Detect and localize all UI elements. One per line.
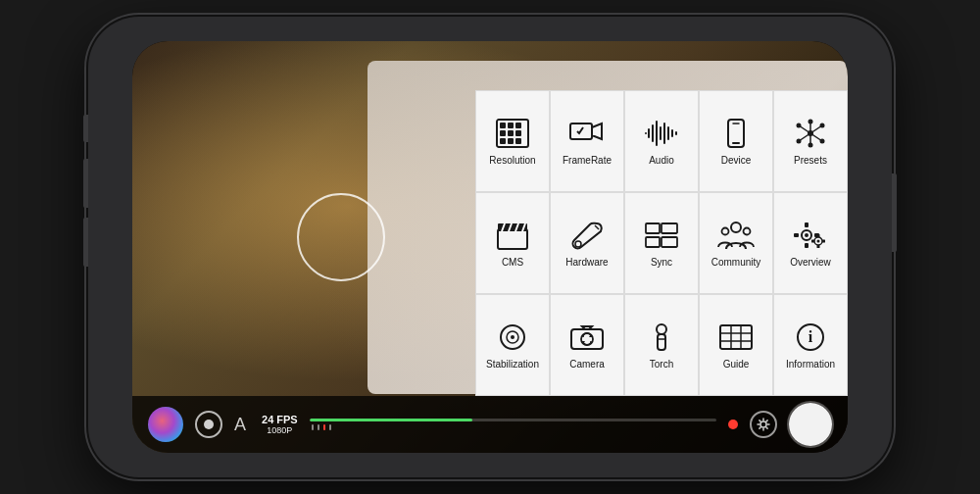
volume-up-button[interactable] xyxy=(83,159,88,208)
mute-button[interactable] xyxy=(83,115,88,142)
menu-item-cms[interactable]: CMS xyxy=(475,192,550,294)
cms-icon xyxy=(493,218,532,253)
device-icon xyxy=(716,116,756,151)
menu-item-camera[interactable]: Camera xyxy=(550,294,624,396)
svg-point-59 xyxy=(817,240,820,243)
menu-label-resolution: Resolution xyxy=(489,155,535,167)
menu-label-device: Device xyxy=(721,155,752,167)
tick-marks xyxy=(310,424,716,430)
progress-bar xyxy=(310,419,716,421)
tick-record xyxy=(323,424,325,430)
svg-text:i: i xyxy=(808,328,813,345)
svg-rect-63 xyxy=(822,240,825,243)
record-indicator-inner xyxy=(204,420,214,429)
svg-rect-5 xyxy=(508,130,514,136)
phone-frame: Resolution FrameRate xyxy=(88,17,892,477)
svg-rect-62 xyxy=(811,240,814,243)
menu-label-cms: CMS xyxy=(502,257,523,269)
svg-rect-6 xyxy=(515,130,521,136)
svg-point-43 xyxy=(575,241,581,247)
camera-icon xyxy=(567,320,607,355)
siri-button[interactable] xyxy=(148,407,183,442)
svg-rect-4 xyxy=(500,130,506,136)
svg-line-36 xyxy=(799,133,810,141)
community-icon xyxy=(716,218,756,253)
menu-item-stabilization[interactable]: Stabilization xyxy=(475,294,550,396)
hardware-icon xyxy=(567,218,607,253)
svg-point-71 xyxy=(657,324,666,334)
settings-button[interactable] xyxy=(750,411,777,438)
phone-screen: Resolution FrameRate xyxy=(132,41,848,453)
menu-item-hardware[interactable]: Hardware xyxy=(550,192,624,294)
svg-point-49 xyxy=(731,222,741,232)
menu-label-torch: Torch xyxy=(650,359,673,370)
camera-bottom-bar: A 24 FPS 1080P xyxy=(132,396,848,453)
information-icon: i xyxy=(791,320,830,355)
svg-marker-11 xyxy=(592,124,602,139)
shutter-button[interactable] xyxy=(789,403,832,446)
fps-display: 24 FPS 1080P xyxy=(262,415,298,435)
framerate-icon xyxy=(567,116,607,151)
svg-line-34 xyxy=(810,133,822,141)
menu-item-information[interactable]: i Information xyxy=(773,294,848,396)
svg-point-53 xyxy=(805,233,808,237)
svg-rect-55 xyxy=(805,243,808,248)
menu-item-resolution[interactable]: Resolution xyxy=(475,90,550,192)
menu-item-presets[interactable]: Presets xyxy=(773,90,848,192)
tick-3 xyxy=(329,424,331,430)
menu-item-overview[interactable]: Overview xyxy=(773,192,848,294)
menu-item-device[interactable]: Device xyxy=(699,90,773,192)
menu-label-hardware: Hardware xyxy=(565,257,608,269)
menu-label-camera: Camera xyxy=(569,359,605,370)
svg-rect-3 xyxy=(515,123,521,128)
menu-label-overview: Overview xyxy=(790,257,831,269)
record-dot xyxy=(728,420,738,429)
svg-point-81 xyxy=(760,421,766,427)
audio-icon xyxy=(642,116,681,151)
presets-icon xyxy=(791,116,830,151)
svg-rect-45 xyxy=(646,223,660,233)
settings-menu-grid: Resolution FrameRate xyxy=(475,90,848,396)
svg-rect-8 xyxy=(508,138,514,144)
svg-rect-67 xyxy=(571,329,603,349)
menu-label-community: Community xyxy=(711,257,761,269)
progress-bar-fill xyxy=(310,419,472,421)
tick-1 xyxy=(312,424,314,430)
svg-point-50 xyxy=(722,228,729,235)
menu-label-sync: Sync xyxy=(651,257,672,269)
svg-rect-2 xyxy=(508,123,514,128)
svg-point-51 xyxy=(744,228,751,235)
svg-rect-56 xyxy=(794,233,799,237)
menu-label-audio: Audio xyxy=(649,155,674,167)
tick-2 xyxy=(318,424,319,430)
sync-icon xyxy=(642,218,681,253)
svg-rect-74 xyxy=(720,325,752,349)
guide-icon xyxy=(716,320,756,355)
menu-label-guide: Guide xyxy=(723,359,750,370)
overview-icon xyxy=(791,218,830,253)
svg-rect-9 xyxy=(515,138,521,144)
volume-down-button[interactable] xyxy=(83,218,88,267)
power-button[interactable] xyxy=(892,173,897,252)
svg-point-66 xyxy=(511,335,514,339)
menu-item-community[interactable]: Community xyxy=(699,192,773,294)
resolution-icon xyxy=(493,116,532,151)
resolution-value: 1080P xyxy=(267,426,292,435)
auto-label: A xyxy=(234,415,246,435)
svg-rect-46 xyxy=(662,223,677,233)
torch-icon xyxy=(642,320,681,355)
menu-item-audio[interactable]: Audio xyxy=(624,90,699,192)
record-indicator xyxy=(195,411,222,438)
menu-item-guide[interactable]: Guide xyxy=(699,294,773,396)
menu-item-torch[interactable]: Torch xyxy=(624,294,699,396)
menu-label-stabilization: Stabilization xyxy=(486,359,539,370)
svg-rect-47 xyxy=(646,237,660,247)
svg-rect-60 xyxy=(817,234,820,237)
menu-item-framerate[interactable]: FrameRate xyxy=(550,90,624,192)
svg-rect-54 xyxy=(805,222,808,227)
svg-rect-7 xyxy=(500,138,506,144)
settings-gear-icon xyxy=(757,418,770,431)
svg-rect-48 xyxy=(662,237,677,247)
svg-rect-37 xyxy=(498,229,527,249)
menu-item-sync[interactable]: Sync xyxy=(624,192,699,294)
